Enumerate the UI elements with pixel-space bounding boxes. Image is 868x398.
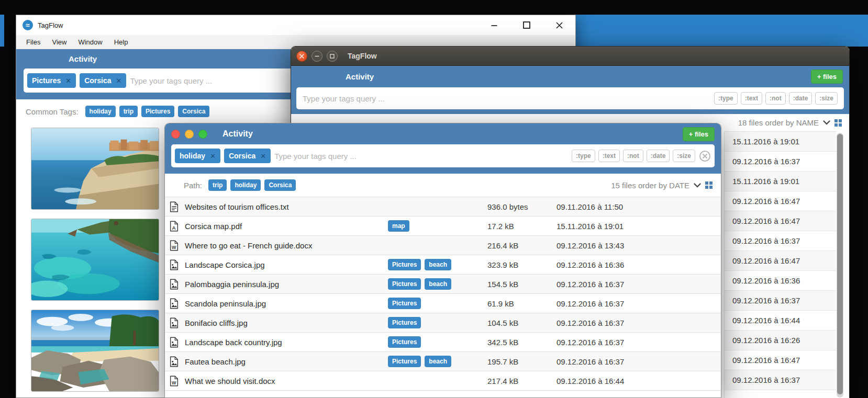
table-row[interactable]: WWhere to go eat - French guide.docx216.… — [165, 236, 721, 255]
menu-item-files[interactable]: Files — [20, 38, 46, 46]
date-list-item[interactable]: 09.12.2016 à 16:47 — [725, 211, 836, 231]
remove-tag-icon[interactable]: ✕ — [116, 77, 122, 85]
filter-button-text[interactable]: :text — [741, 92, 762, 105]
menu-item-help[interactable]: Help — [108, 38, 134, 46]
filter-button-text[interactable]: :text — [598, 150, 620, 162]
tags-query-box[interactable]: :type:text:not:date:size — [296, 87, 844, 109]
filter-button-size[interactable]: :size — [673, 150, 695, 162]
date-list-item[interactable]: 09.12.2016 à 16:26 — [725, 331, 836, 350]
menu-item-window[interactable]: Window — [72, 38, 108, 46]
file-tags: Picturesbeach — [388, 356, 480, 367]
file-tag-chip[interactable]: beach — [425, 356, 451, 367]
file-icon-txt — [169, 201, 185, 212]
minimize-button[interactable] — [478, 15, 510, 35]
file-tag-chip[interactable]: Pictures — [388, 298, 421, 309]
date-list-item[interactable]: 15.11.2016 à 19:01 — [725, 132, 836, 152]
file-size: 195.7 kB — [480, 357, 557, 366]
date-list-item[interactable]: 09.12.2016 à 16:36 — [725, 271, 836, 291]
filter-button-type[interactable]: :type — [714, 92, 738, 105]
file-size: 217.4 kB — [480, 377, 557, 385]
common-tag-chip[interactable]: Corsica — [178, 106, 209, 117]
filter-button-size[interactable]: :size — [815, 92, 838, 105]
common-tag-chip[interactable]: trip — [119, 106, 138, 117]
menu-item-view[interactable]: View — [46, 38, 72, 46]
file-tag-chip[interactable]: beach — [425, 278, 451, 290]
query-tag-label: Corsica — [229, 152, 255, 160]
scrollbar-track[interactable] — [837, 133, 843, 397]
close-button[interactable] — [296, 51, 307, 62]
table-row[interactable]: Landscape Corsica.jpgPicturesbeach323.9 … — [165, 255, 721, 275]
remove-tag-icon[interactable]: ✕ — [260, 152, 266, 160]
date-list-item[interactable]: 09.12.2016 à 16:37 — [725, 370, 836, 390]
activity-header: Activity + files holiday✕Corsica✕ :type:… — [165, 123, 721, 174]
zoom-button[interactable] — [198, 130, 207, 139]
date-list-item[interactable]: 15.11.2016 à 19:01 — [725, 172, 836, 191]
file-tag-chip[interactable]: Pictures — [388, 336, 421, 348]
thumbnail-palombaggia-beach[interactable] — [31, 310, 159, 392]
order-by-label: 15 files order by DATE — [611, 181, 689, 190]
query-tag-chip[interactable]: Corsica✕ — [224, 149, 271, 163]
tags-query-box[interactable]: holiday✕Corsica✕ :type:text:not:date:siz… — [171, 144, 715, 167]
add-files-button[interactable]: + files — [811, 70, 843, 84]
tags-query-input[interactable] — [274, 152, 568, 161]
thumbnail-bonifacio-cliffs[interactable] — [31, 128, 159, 210]
query-tag-chip[interactable]: Corsica✕ — [80, 73, 126, 88]
scrollbar-thumb[interactable] — [837, 134, 843, 394]
remove-tag-icon[interactable]: ✕ — [210, 152, 216, 160]
add-files-button[interactable]: + files — [683, 127, 715, 141]
close-button[interactable] — [171, 130, 180, 139]
table-row[interactable]: Bonifacio cliffs.jpgPictures104.5 kB09.1… — [165, 313, 721, 333]
date-list-item[interactable]: 09.12.2016 à 16:47 — [725, 191, 836, 211]
path-tag-chip[interactable]: Corsica — [264, 179, 296, 191]
file-tag-chip[interactable]: beach — [425, 259, 451, 270]
maximize-button[interactable] — [327, 51, 338, 62]
table-row[interactable]: Landscape back country.jpgPictures342.5 … — [165, 333, 721, 352]
grid-view-icon[interactable] — [705, 181, 713, 189]
path-tag-chip[interactable]: holiday — [230, 179, 261, 191]
minimize-button[interactable] — [185, 130, 194, 139]
date-column: 15.11.2016 à 19:0109.12.2016 à 16:3715.1… — [724, 131, 836, 398]
common-tags-list: holidaytripPicturesCorsica — [85, 106, 210, 117]
filter-button-date[interactable]: :date — [789, 92, 813, 105]
table-row[interactable]: Websites of tourism offices.txt936.0 byt… — [165, 197, 721, 217]
minimize-button[interactable] — [311, 51, 322, 62]
filter-button-date[interactable]: :date — [647, 150, 670, 162]
file-tag-chip[interactable]: Pictures — [388, 278, 421, 290]
file-tag-chip[interactable]: map — [388, 220, 409, 232]
query-tag-chip[interactable]: Pictures✕ — [27, 73, 76, 88]
file-tag-chip[interactable]: Pictures — [388, 259, 421, 270]
close-button[interactable] — [543, 15, 575, 35]
common-tags-label: Common Tags: — [26, 107, 79, 116]
table-row[interactable]: Fautea beach.jpgPicturesbeach195.7 kB09.… — [165, 352, 721, 371]
chevron-down-icon[interactable] — [823, 120, 830, 125]
common-tag-chip[interactable]: Pictures — [141, 106, 174, 117]
remove-tag-icon[interactable]: ✕ — [65, 77, 71, 85]
date-list-item[interactable]: 09.12.2016 à 16:37 — [725, 291, 836, 311]
path-tag-chip[interactable]: trip — [208, 179, 227, 191]
table-row[interactable]: Scandola peninsula.jpgPictures61.9 kB09.… — [165, 294, 721, 313]
date-list-item[interactable]: 09.12.2016 à 16:47 — [725, 251, 836, 271]
file-tag-chip[interactable]: Pictures — [388, 356, 421, 367]
filter-button-not[interactable]: :not — [623, 150, 643, 162]
table-row[interactable]: Palombaggia peninsula.jpgPicturesbeach15… — [165, 275, 721, 294]
thumbnail-turquoise-peninsula[interactable] — [31, 219, 159, 301]
table-row[interactable]: WWhat we should visit.docx217.4 kB09.12.… — [165, 371, 721, 391]
date-list-item[interactable]: 09.12.2016 à 16:44 — [725, 311, 836, 331]
filter-button-not[interactable]: :not — [765, 92, 786, 105]
common-tag-chip[interactable]: holiday — [85, 106, 116, 117]
front-window: Activity + files holiday✕Corsica✕ :type:… — [164, 123, 721, 398]
file-tag-chip[interactable]: Pictures — [388, 317, 421, 328]
maximize-button[interactable] — [510, 15, 543, 35]
grid-view-icon[interactable] — [834, 119, 842, 127]
query-tag-chip[interactable]: holiday✕ — [175, 149, 220, 163]
file-size: 154.5 kB — [480, 280, 557, 289]
date-list-item[interactable]: 09.12.2016 à 16:37 — [725, 152, 836, 172]
tags-query-input[interactable] — [303, 94, 710, 103]
date-list-item[interactable]: 09.12.2016 à 16:37 — [725, 231, 836, 251]
file-name: Fautea beach.jpg — [185, 357, 388, 366]
clear-query-icon[interactable] — [699, 150, 711, 162]
table-row[interactable]: ACorsica map.pdfmap17.2 kB15.11.2016 à 1… — [165, 217, 721, 236]
date-list-item[interactable]: 09.12.2016 à 16:47 — [725, 350, 836, 370]
filter-button-type[interactable]: :type — [572, 150, 595, 162]
chevron-down-icon[interactable] — [694, 183, 701, 188]
